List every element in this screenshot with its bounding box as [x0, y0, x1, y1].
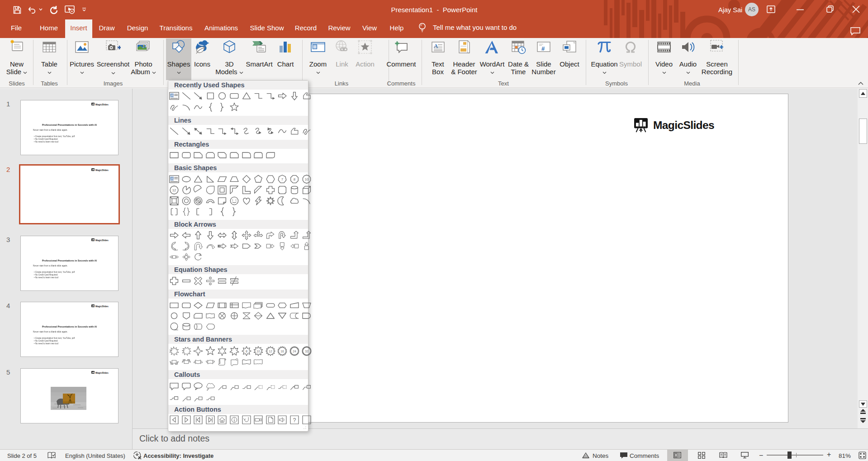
- svg-text:7: 7: [281, 177, 283, 181]
- svg-text:A: A: [434, 43, 438, 49]
- svg-text:A: A: [171, 93, 174, 98]
- svg-text:24: 24: [293, 350, 296, 353]
- svg-text:A: A: [171, 176, 174, 181]
- svg-text:8: 8: [246, 349, 247, 353]
- svg-text:32: 32: [305, 350, 308, 353]
- svg-text:MagicSlides: MagicSlides: [95, 371, 109, 374]
- svg-text:10: 10: [305, 177, 309, 181]
- svg-text:12: 12: [269, 350, 272, 353]
- svg-text:#: #: [541, 45, 545, 52]
- svg-text:MagicSlides: MagicSlides: [95, 169, 109, 171]
- svg-text:12: 12: [172, 188, 176, 192]
- svg-text:10: 10: [256, 350, 260, 353]
- svg-text:8: 8: [294, 177, 295, 181]
- svg-text:?: ?: [293, 417, 296, 423]
- svg-text:16: 16: [280, 350, 284, 353]
